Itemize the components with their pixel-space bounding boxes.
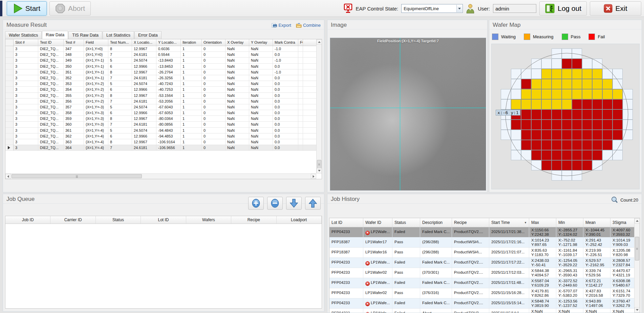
column-header[interactable]: Status — [96, 216, 141, 224]
table-row[interactable]: 3DIE2_TQ...364{X=1,Y=-4}724.6181-106.965… — [5, 145, 322, 151]
exit-button[interactable]: Exit — [590, 1, 641, 16]
column-header[interactable]: Slot # — [14, 39, 38, 46]
table-row[interactable]: PFP04233✕LP1Wafe...FailedFailed Mark C..… — [329, 258, 640, 268]
column-header[interactable]: Recipe — [452, 218, 489, 227]
move-job-down-button[interactable] — [286, 197, 302, 210]
scroll-right-button[interactable] — [311, 174, 316, 179]
wafer-die-cell[interactable] — [511, 120, 521, 130]
table-row[interactable]: 3DIE2_TQ...353{X=1,Y=-2}524.5074-40.7243… — [5, 81, 322, 87]
tab-error-data[interactable]: Error Data — [134, 31, 162, 39]
wafer-die-cell[interactable] — [592, 160, 602, 170]
wafer-die-cell[interactable] — [531, 160, 541, 170]
table-row[interactable]: 3DIE2_TQ...357{X=1,Y=-3}524.5074-67.6043… — [5, 104, 322, 110]
table-row[interactable]: PFP04233LP1Wafer02Pass(370/301)Product\T… — [329, 268, 640, 278]
wafer-die-cell[interactable] — [562, 150, 572, 160]
wafer-die-cell[interactable] — [541, 69, 552, 79]
wafer-die-cell[interactable] — [572, 79, 582, 89]
wafer-die-cell[interactable] — [511, 130, 521, 140]
column-header[interactable]: Field — [84, 39, 108, 46]
wafer-die-cell[interactable] — [531, 89, 541, 99]
tab-lot-statistics[interactable]: Lot Statistics — [103, 31, 134, 39]
eap-state-dropdown[interactable]: EquipmentOffLine — [401, 4, 463, 13]
column-header[interactable]: Test ID — [38, 39, 64, 46]
wafer-die-cell[interactable] — [602, 69, 613, 79]
wafer-die-cell[interactable] — [602, 120, 613, 130]
wafer-die-cell[interactable] — [521, 89, 531, 99]
wafer-die-cell[interactable] — [572, 170, 582, 181]
wafer-die-cell[interactable] — [572, 99, 582, 109]
wafer-die-cell[interactable] — [602, 99, 613, 109]
wafer-die-cell[interactable] — [531, 109, 541, 120]
vertical-scrollbar[interactable] — [634, 218, 640, 313]
wafer-die-cell[interactable] — [562, 140, 572, 150]
wafer-die-cell[interactable] — [572, 69, 582, 79]
wafer-die-cell[interactable] — [572, 140, 582, 150]
wafer-die-cell[interactable] — [592, 140, 602, 150]
wafer-die-cell[interactable] — [572, 109, 582, 120]
column-header[interactable]: Start Time▼ — [489, 218, 529, 227]
column-header[interactable]: Y Locatio... — [156, 39, 181, 46]
column-header[interactable]: Iteration — [181, 39, 202, 46]
table-row[interactable]: 3DIE2_TQ...356{X=1,Y=-2}724.6181-53.2056… — [5, 99, 322, 104]
table-row[interactable]: 3DIE2_TQ...361{X=1,Y=-4}524.5074-94.4843… — [5, 128, 322, 133]
wafer-die-cell[interactable] — [511, 89, 521, 99]
column-header[interactable]: Mean — [583, 218, 610, 227]
scroll-down-button[interactable] — [317, 168, 322, 173]
wafer-die-cell[interactable] — [511, 150, 521, 160]
wafer-die-cell[interactable] — [562, 79, 572, 89]
table-row[interactable]: 3DIE2_TQ...360{X=1,Y=-3}724.6181-80.0856… — [5, 122, 322, 127]
wafer-die-cell[interactable] — [582, 160, 592, 170]
table-row[interactable]: 3DIE2_TQ...349{X=1,Y=-1}524.5074-13.8443… — [5, 58, 322, 63]
table-row[interactable]: 3DIE2_TQ...359{X=1,Y=-3}812.9967-80.0364… — [5, 116, 322, 122]
wafer-die-cell[interactable] — [511, 140, 521, 150]
move-job-up-button[interactable] — [305, 197, 321, 210]
wafer-die-cell[interactable] — [531, 59, 541, 69]
wafer-die-cell[interactable] — [582, 130, 592, 140]
wafer-die-cell[interactable] — [582, 99, 592, 109]
wafer-die-cell[interactable] — [602, 89, 613, 99]
tab-raw-data[interactable]: Raw Data — [42, 31, 68, 39]
column-header[interactable]: Mark Contra — [273, 39, 298, 46]
wafer-die-cell[interactable] — [541, 109, 552, 120]
wafer-die-cell[interactable] — [613, 89, 623, 99]
wafer-die-cell[interactable] — [592, 150, 602, 160]
table-row[interactable]: 3DIE2_TQ...351{X=1,Y=-1}812.9967-26.2764… — [5, 69, 322, 75]
column-header[interactable]: X Locatio... — [132, 39, 156, 46]
wafer-die-cell[interactable] — [562, 48, 572, 59]
wafer-die-cell[interactable] — [531, 69, 541, 79]
wafer-die-cell[interactable] — [562, 170, 572, 181]
column-header[interactable]: Recipe — [231, 216, 276, 224]
user-input[interactable] — [493, 4, 536, 13]
wafer-die-cell[interactable] — [582, 140, 592, 150]
wafer-die-cell[interactable] — [592, 89, 602, 99]
table-row[interactable]: 3DIE2_TQ...363{X=1,Y=-4}812.9967-106.916… — [5, 139, 322, 145]
table-row[interactable]: PFP04233LP1Wafer02Pass(376/316)Product\T… — [329, 288, 640, 298]
table-row[interactable]: PFP04233✕LP1Wafe...FailedFailed Mark C..… — [329, 298, 640, 309]
wafer-die-cell[interactable] — [552, 160, 562, 170]
column-header[interactable]: Test # — [64, 39, 84, 46]
table-row[interactable]: PFP18387LP1Wafer17Pass(296/288)Product\W… — [329, 237, 640, 248]
wafer-die-cell[interactable] — [623, 99, 633, 109]
table-row[interactable]: 3DIE2_TQ...355{X=1,Y=-2}812.9967-53.1564… — [5, 93, 322, 99]
camera-image[interactable]: FieldPosition:(X=1,Y=-4) TargetId:7 — [330, 38, 486, 191]
wafer-die-cell[interactable] — [531, 130, 541, 140]
wafer-die-cell[interactable] — [623, 109, 633, 120]
column-header[interactable]: X Overlay — [226, 39, 249, 46]
tab-wafer-statistics[interactable]: Wafer Statistics — [5, 31, 42, 39]
remove-job-button[interactable] — [267, 197, 283, 210]
wafer-die-cell[interactable] — [541, 160, 552, 170]
wafer-die-cell[interactable] — [531, 140, 541, 150]
wafer-die-cell[interactable] — [602, 79, 613, 89]
wafer-die-cell[interactable] — [511, 79, 521, 89]
column-header[interactable]: Description — [420, 218, 452, 227]
table-row[interactable]: 3DIE2_TQ...358{X=1,Y=-3}612.9966-67.6053… — [5, 110, 322, 116]
column-header[interactable]: Wafers — [186, 216, 231, 224]
wafer-die-cell[interactable] — [521, 120, 531, 130]
scroll-left-button[interactable] — [5, 174, 11, 179]
wafer-die-cell[interactable] — [623, 89, 633, 99]
table-row[interactable]: PFP04233✕LP2Wafe...FailedFailed Mark C..… — [329, 227, 640, 237]
wafer-die-cell[interactable] — [531, 79, 541, 89]
wafer-die-cell[interactable] — [562, 99, 572, 109]
dropdown-arrow-icon[interactable] — [456, 5, 462, 12]
wafer-die-cell[interactable] — [552, 48, 562, 59]
